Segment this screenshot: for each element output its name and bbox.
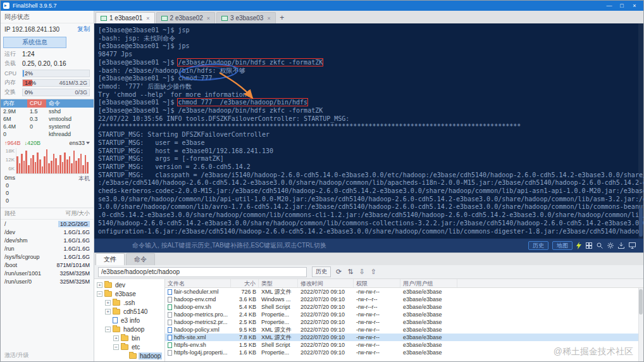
process-cell-mem: 0 (1, 131, 27, 137)
file-row[interactable]: hadoop-metrics.pro...2.4 KBPropertie...2… (165, 311, 643, 318)
tree-item[interactable]: +dev (94, 280, 164, 289)
activate-upgrade-link[interactable]: 激活/升级 (4, 351, 29, 359)
file-panel-tab[interactable]: 文件 (96, 253, 125, 265)
tree-expander-icon[interactable]: − (97, 291, 102, 297)
tree-item[interactable]: −hadoop (94, 325, 164, 334)
file-column-header[interactable]: 用户/用户组 (400, 279, 457, 287)
search-icon[interactable] (597, 242, 603, 249)
file-table-scrollbar[interactable] (638, 288, 643, 361)
terminal-text: .0-cdh5.14.2-e3base3.0.0/share/hadoop/co… (98, 211, 643, 218)
ping-target-select[interactable]: 本机 (78, 175, 90, 182)
tree-item[interactable]: −etc (94, 342, 164, 351)
file-perm-cell: -rw-r--r-- (354, 296, 400, 303)
network-bar (16, 156, 18, 173)
file-row[interactable]: hdfs-site.xml7.8 KBXML 源文件2022/07/20 09:… (165, 334, 643, 341)
disk-row[interactable]: /run/user/0325M/325M (1, 277, 94, 285)
tree-expander-icon[interactable]: + (113, 335, 119, 341)
tree-expander-icon[interactable]: + (105, 300, 111, 306)
disk-row[interactable]: /run/user/1001325M/325M (1, 269, 94, 277)
file-row[interactable]: hadoop-env.cmd3.6 KBWindows ...2022/07/2… (165, 296, 643, 303)
file-row[interactable]: fair-scheduler.xml726 BXML 源文件2022/07/20… (165, 288, 643, 296)
command-input-bar[interactable]: 命令输入, 按ALT键提示历史,TAB键补路径,ESC键返回,双击CTRL切换 … (94, 239, 643, 253)
process-header-cpu[interactable]: CPU (27, 99, 46, 108)
tree-expander-icon (121, 353, 127, 359)
map-button[interactable]: 地图 (552, 241, 573, 250)
disk-path: /run/user/0 (4, 278, 32, 285)
gear-icon[interactable] (607, 242, 614, 249)
file-table-scroll-thumb[interactable] (639, 289, 643, 315)
file-row[interactable]: hadoop-env.sh5.4 KBShell Script2022/07/2… (165, 303, 643, 311)
terminal-scrollbar[interactable] (638, 23, 643, 239)
apps-grid-icon[interactable] (586, 242, 592, 249)
copy-ip-link[interactable]: 复制 (77, 25, 90, 34)
tree-item[interactable]: −e3base (94, 289, 164, 298)
file-panel-tab[interactable]: 命令 (126, 253, 155, 265)
file-column-header[interactable]: 权限 (354, 279, 400, 287)
disk-header-size[interactable]: 可用/大小 (65, 209, 90, 218)
disk-header-path[interactable]: 路径 (4, 209, 16, 218)
tree-item[interactable]: +.ssh (94, 298, 164, 307)
file-row[interactable]: hadoop-metrics2.pr...2.5 KBPropertie...2… (165, 318, 643, 326)
tab-close-icon[interactable]: × (207, 15, 210, 22)
system-info-button[interactable]: 系统信息 (3, 37, 66, 48)
tree-item[interactable]: +bin (94, 334, 164, 342)
transfer-icon[interactable]: ⇅ (347, 268, 353, 276)
tree-item[interactable]: e3 info (94, 316, 164, 325)
file-column-header[interactable]: 修改时间 (298, 279, 354, 287)
terminal-line: STARTUP_MSG: host = e3base01/192.168.241… (98, 147, 640, 156)
file-column-header[interactable]: 类型 (259, 279, 298, 287)
process-row[interactable]: 6M0.3vmtoolsd (1, 115, 94, 123)
process-row[interactable]: 6.4M0systemd (1, 123, 94, 130)
session-tab[interactable]: 2 e3base02× (156, 12, 216, 23)
download-icon[interactable]: ⇩ (359, 268, 364, 276)
path-history-button[interactable]: 历史 (312, 266, 331, 277)
network-bar (21, 154, 23, 173)
file-column-header[interactable]: 大小 (231, 279, 259, 287)
history-button[interactable]: 历史 (528, 241, 548, 250)
minimize-button[interactable]: — (603, 1, 616, 10)
process-row[interactable]: 0kthreadd (1, 130, 94, 138)
tab-close-icon[interactable]: × (146, 15, 149, 22)
close-button[interactable]: × (628, 1, 641, 10)
tree-expander-icon[interactable]: − (113, 344, 119, 350)
file-perm-cell: -rw-rw-r-- (354, 334, 400, 340)
tree-item[interactable]: +cdh5140 (94, 307, 164, 316)
xml-file-icon (168, 327, 172, 333)
disk-row[interactable]: /10.2G/26G (1, 220, 94, 228)
process-row[interactable]: 2.9M1.5sshd (1, 108, 94, 115)
session-tab-bar: 1 e3base01×2 e3base02×3 e3base03×+ (94, 11, 643, 23)
disk-row[interactable]: /sys/fs/cgroup1.6G/1.6G (1, 253, 94, 261)
interface-select[interactable]: ens33 (69, 140, 90, 146)
disk-row[interactable]: /boot871M/1014M (1, 261, 94, 269)
disk-row[interactable]: /dev/shm1.6G/1.6G (1, 236, 94, 244)
tree-expander-icon[interactable]: + (105, 309, 111, 315)
file-column-header[interactable]: 文件名 (165, 279, 231, 287)
lightning-icon[interactable] (576, 242, 581, 249)
maximize-button[interactable]: □ (616, 1, 628, 10)
process-table-header: 内存 CPU 命令 (1, 99, 94, 108)
file-mtime-cell: 2022/07/20 09:10 (298, 349, 354, 356)
upload-icon[interactable]: ⇧ (371, 268, 376, 276)
tree-item-label: dev (114, 282, 127, 289)
new-tab-button[interactable]: + (277, 13, 287, 23)
session-tab[interactable]: 1 e3base01× (96, 12, 155, 23)
disk-row[interactable]: /dev1.6G/1.6G (1, 228, 94, 236)
tree-item[interactable]: hadoop (94, 351, 164, 360)
refresh-icon[interactable]: ⟳ (336, 268, 342, 276)
process-header-cmd[interactable]: 命令 (46, 99, 94, 108)
disk-row[interactable]: /run1.6G/1.6G (1, 244, 94, 253)
terminal-scroll-thumb[interactable] (639, 208, 643, 237)
tree-expander-icon[interactable]: − (105, 327, 111, 332)
path-input[interactable] (98, 267, 307, 277)
command-input-hint[interactable]: 命令输入, 按ALT键提示历史,TAB键补路径,ESC键返回,双击CTRL切换 (132, 241, 524, 250)
session-tab[interactable]: 3 e3base03× (216, 12, 276, 23)
file-row[interactable]: hadoop-policy.xml9.5 KBXML 源文件2022/07/20… (165, 326, 643, 334)
tab-close-icon[interactable]: × (267, 15, 270, 22)
monitor-icon[interactable] (629, 242, 636, 249)
process-header-mem[interactable]: 内存 (1, 99, 27, 108)
terminal[interactable]: [e3base@e3base01 ~]$ jsp-bash: jsp: 未找到命… (94, 23, 643, 239)
download-tray-icon[interactable] (618, 242, 624, 249)
tree-expander-icon[interactable]: + (97, 282, 102, 288)
file-owner-cell: e3base/e3base (400, 311, 457, 318)
terminal-text: [e3base@e3base01 ~]$ jps (98, 42, 190, 49)
